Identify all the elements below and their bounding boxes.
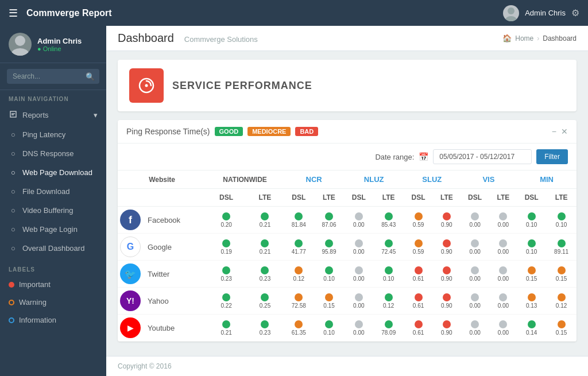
value-cell: 0.90 bbox=[433, 234, 461, 261]
sidebar-item-dns-response[interactable]: ○ DNS Response bbox=[0, 144, 106, 163]
value-cell: 0.00 bbox=[344, 261, 373, 288]
service-icon-box bbox=[129, 68, 164, 103]
sidebar-item-overall-dashboard[interactable]: ○ Overall Dashboard bbox=[0, 239, 106, 258]
svg-point-0 bbox=[508, 7, 514, 14]
ping-header-left: Ping Response Time(s) GOOD MEDIOCRE BAD bbox=[126, 127, 318, 136]
website-icon-cell: 🐦 bbox=[118, 261, 143, 288]
page-title: Dashboard bbox=[118, 32, 174, 45]
value-cell: 0.00 bbox=[344, 207, 373, 234]
calendar-icon: 📅 bbox=[419, 152, 428, 161]
sidebar-profile-info: Admin Chris Online bbox=[37, 37, 82, 52]
value-cell: 0.25 bbox=[246, 288, 284, 315]
breadcrumb-current: Dashboard bbox=[543, 34, 577, 42]
profile-status: Online bbox=[37, 45, 82, 52]
information-dot bbox=[9, 317, 14, 323]
sidebar-label-important[interactable]: Important bbox=[0, 276, 106, 293]
reports-icon bbox=[9, 110, 18, 120]
sidebar-item-web-page-download[interactable]: ○ Web Page Download bbox=[0, 163, 106, 182]
hamburger-icon[interactable]: ☰ bbox=[9, 7, 18, 20]
value-cell: 0.21 bbox=[246, 207, 284, 234]
value-cell: 41.77 bbox=[284, 234, 314, 261]
sidebar-item-reports[interactable]: Reports ▾ bbox=[0, 105, 106, 125]
filter-button[interactable]: Filter bbox=[536, 149, 568, 164]
website-icon-cell: ▶ bbox=[118, 315, 143, 342]
ncr-dsl-header: DSL bbox=[284, 189, 314, 207]
value-cell: 0.00 bbox=[461, 315, 490, 342]
website-name-cell: Twitter bbox=[143, 261, 206, 288]
sidebar-item-video-buffering[interactable]: ○ Video Buffering bbox=[0, 201, 106, 220]
brand-title: Commverge Report bbox=[26, 8, 503, 18]
min-lte-header: LTE bbox=[546, 189, 577, 207]
sidebar-search-container: 🔍 bbox=[0, 63, 106, 90]
value-cell: 0.15 bbox=[314, 288, 345, 315]
website-header: Website bbox=[118, 170, 206, 189]
vis-lte-header: LTE bbox=[490, 189, 517, 207]
video-buffering-label: Video Buffering bbox=[22, 206, 73, 215]
sidebar-item-web-page-login[interactable]: ○ Web Page Login bbox=[0, 220, 106, 239]
value-cell: 0.00 bbox=[344, 288, 373, 315]
value-cell: 0.10 bbox=[546, 207, 577, 234]
overall-dashboard-label: Overall Dashboard bbox=[22, 244, 84, 253]
nationwide-lte-header: LTE bbox=[246, 189, 284, 207]
ping-title: Ping Response Time(s) bbox=[126, 127, 210, 136]
minimize-button[interactable]: − bbox=[552, 127, 556, 136]
value-cell: 0.00 bbox=[344, 315, 373, 342]
ncr-header: NCR bbox=[284, 170, 344, 189]
value-cell: 78.09 bbox=[373, 315, 404, 342]
settings-icon[interactable]: ⚙ bbox=[571, 7, 579, 18]
content-header: Dashboard Commverge Solutions 🏠 Home › D… bbox=[106, 26, 588, 51]
website-name-cell: Facebook bbox=[143, 207, 206, 234]
value-cell: 0.15 bbox=[546, 315, 577, 342]
service-performance-card: SERVICE PERFORMANCE bbox=[118, 60, 577, 111]
value-cell: 0.23 bbox=[246, 315, 284, 342]
sidebar-label-information[interactable]: Information bbox=[0, 311, 106, 329]
information-label: Information bbox=[19, 316, 56, 324]
ping-response-card: Ping Response Time(s) GOOD MEDIOCRE BAD … bbox=[118, 120, 577, 342]
search-button[interactable]: 🔍 bbox=[86, 72, 95, 81]
badge-bad: BAD bbox=[295, 127, 318, 136]
sidebar-label-warning[interactable]: Warning bbox=[0, 293, 106, 311]
main-layout: Admin Chris Online 🔍 MAIN NAVIGATION Rep… bbox=[0, 26, 588, 376]
value-cell: 72.45 bbox=[373, 234, 404, 261]
min-header: MIN bbox=[517, 170, 577, 189]
value-cell: 0.61 bbox=[404, 261, 433, 288]
overall-dashboard-icon: ○ bbox=[9, 244, 18, 253]
value-cell: 0.12 bbox=[284, 261, 314, 288]
home-icon: 🏠 bbox=[502, 34, 512, 42]
ncr-lte-header: LTE bbox=[314, 189, 345, 207]
value-cell: 0.61 bbox=[404, 288, 433, 315]
value-cell: 0.90 bbox=[433, 261, 461, 288]
value-cell: 0.23 bbox=[206, 261, 246, 288]
page-subtitle: Commverge Solutions bbox=[184, 35, 258, 44]
value-cell: 0.14 bbox=[517, 315, 546, 342]
sidebar-item-ping-latency[interactable]: ○ Ping Latency bbox=[0, 125, 106, 144]
close-button[interactable]: ✕ bbox=[561, 127, 568, 136]
svg-point-2 bbox=[15, 36, 25, 46]
sluz-dsl-header: DSL bbox=[404, 189, 433, 207]
sluz-lte-header: LTE bbox=[433, 189, 461, 207]
sidebar-item-file-download[interactable]: ○ File Download bbox=[0, 182, 106, 201]
value-cell: 0.19 bbox=[206, 234, 246, 261]
ping-latency-icon: ○ bbox=[9, 130, 18, 139]
value-cell: 0.00 bbox=[490, 234, 517, 261]
sidebar-profile: Admin Chris Online bbox=[0, 26, 106, 63]
website-icon-cell: f bbox=[118, 207, 143, 234]
sidebar: Admin Chris Online 🔍 MAIN NAVIGATION Rep… bbox=[0, 26, 106, 376]
admin-name: Admin Chris bbox=[525, 9, 566, 17]
value-cell: 0.90 bbox=[433, 315, 461, 342]
value-cell: 0.22 bbox=[206, 288, 246, 315]
value-cell: 0.00 bbox=[461, 288, 490, 315]
content-footer: Copyright © 2016 bbox=[106, 356, 588, 376]
value-cell: 0.23 bbox=[246, 261, 284, 288]
svg-point-1 bbox=[505, 16, 517, 21]
ping-card-header: Ping Response Time(s) GOOD MEDIOCRE BAD … bbox=[118, 120, 577, 144]
table-row: fFacebook0.200.2181.8487.060.0085.430.59… bbox=[118, 207, 577, 234]
ping-data-table: Website NATIONWIDE NCR NLUZ SLUZ VIS MIN bbox=[118, 170, 577, 342]
value-cell: 0.12 bbox=[373, 288, 404, 315]
date-range-input[interactable] bbox=[433, 149, 532, 164]
admin-avatar bbox=[503, 5, 519, 21]
value-cell: 95.89 bbox=[314, 234, 345, 261]
breadcrumb-separator: › bbox=[537, 34, 539, 42]
table-row: GGoogle0.190.2141.7795.890.0072.450.590.… bbox=[118, 234, 577, 261]
file-download-icon: ○ bbox=[9, 187, 18, 196]
